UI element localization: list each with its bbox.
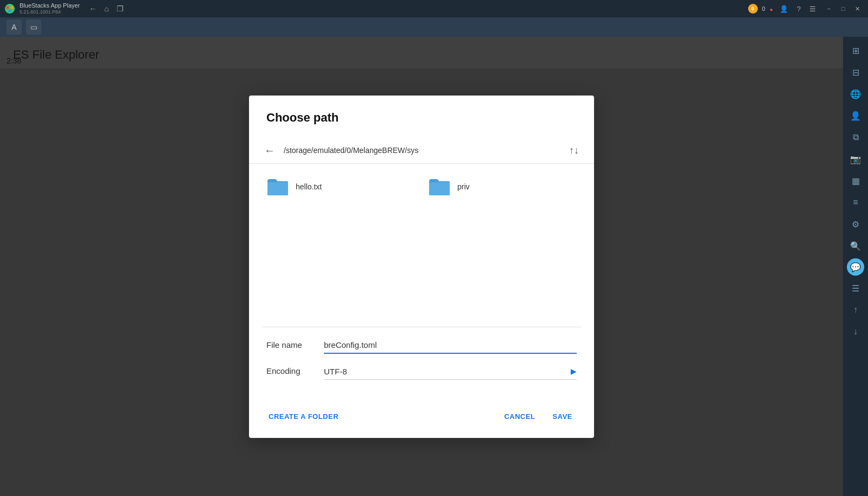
filename-input[interactable] <box>324 338 577 354</box>
save-button[interactable]: SAVE <box>544 408 581 425</box>
svg-point-1 <box>6 6 9 9</box>
tab-window[interactable]: ▭ <box>26 20 41 35</box>
maximize-button[interactable]: □ <box>837 3 850 14</box>
titlebar-right: 0 0 ● 👤 ? ☰ − □ ✕ <box>748 3 864 14</box>
dialog-actions: CREATE A FOLDER CANCEL SAVE <box>249 402 594 438</box>
dialog-title: Choose path <box>249 96 594 138</box>
path-row: ← /storage/emulated/0/MelangeBREW/sys ↑↓ <box>249 138 594 164</box>
sidebar-icon-menu[interactable]: ☰ <box>846 279 865 297</box>
encoding-select[interactable]: UTF-8 ▶ <box>324 365 577 380</box>
encoding-row: Encoding UTF-8 ▶ <box>266 365 577 380</box>
current-path: /storage/emulated/0/MelangeBREW/sys <box>284 146 560 155</box>
sidebar-icon-grid2[interactable]: ▦ <box>846 171 865 190</box>
titlebar: BlueStacks App Player 5.21.601.1001 P64 … <box>0 0 868 17</box>
encoding-label: Encoding <box>266 366 315 380</box>
sort-button[interactable]: ↑↓ <box>567 143 581 158</box>
encoding-select-wrapper: UTF-8 ▶ <box>324 365 577 380</box>
sidebar-icon-settings[interactable]: ⚙ <box>846 215 865 233</box>
file-name-hello: hello.txt <box>296 182 322 191</box>
sidebar-icon-globe[interactable]: 🌐 <box>846 85 865 103</box>
minimize-button[interactable]: − <box>822 3 835 14</box>
create-folder-button[interactable]: CREATE A FOLDER <box>262 408 345 425</box>
sidebar-scroll-up[interactable]: ↑ <box>846 301 865 319</box>
cancel-button[interactable]: CANCEL <box>495 408 544 425</box>
window-controls: − □ ✕ <box>822 3 864 14</box>
encoding-arrow-icon: ▶ <box>571 367 577 376</box>
close-button[interactable]: ✕ <box>851 3 864 14</box>
back-button[interactable]: ← <box>86 3 99 14</box>
menu-button[interactable]: ☰ <box>807 4 818 14</box>
path-back-button[interactable]: ← <box>262 142 277 159</box>
account-button[interactable]: 👤 <box>777 4 790 14</box>
app-name: BlueStacks App Player <box>20 2 80 9</box>
copy-button[interactable]: ❐ <box>114 3 126 14</box>
coin-count: 0 <box>762 5 765 12</box>
main-area: ES File Explorer 2:38 Choose path ← /sto… <box>0 37 868 496</box>
sidebar-icon-search[interactable]: 🔍 <box>846 237 865 255</box>
encoding-value: UTF-8 <box>324 367 347 376</box>
sidebar-scroll-down[interactable]: ↓ <box>846 322 865 341</box>
file-item-hello[interactable]: hello.txt <box>262 173 419 201</box>
svg-point-2 <box>10 6 14 9</box>
file-name-priv: priv <box>457 182 470 191</box>
nav-buttons: ← ⌂ ❐ <box>86 3 126 14</box>
form-section: File name Encoding UTF-8 ▶ <box>249 327 594 402</box>
file-list: hello.txt priv <box>249 164 594 327</box>
filename-row: File name <box>266 338 577 354</box>
sidebar-icon-user[interactable]: 👤 <box>846 106 865 125</box>
modal-overlay: Choose path ← /storage/emulated/0/Melang… <box>0 37 843 496</box>
filename-label: File name <box>266 340 315 354</box>
folder-icon-priv <box>428 177 451 196</box>
file-item-priv[interactable]: priv <box>424 173 581 201</box>
sidebar-icon-camera[interactable]: 📷 <box>846 150 865 168</box>
sidebar-icon-game[interactable]: ⊞ <box>846 41 865 60</box>
sidebar-icon-sliders[interactable]: ≡ <box>846 193 865 212</box>
home-button[interactable]: ⌂ <box>101 3 111 14</box>
right-sidebar: ⊞ ⊟ 🌐 👤 ⧉ 📷 ▦ ≡ ⚙ 🔍 💬 ☰ ↑ ↓ <box>843 37 868 496</box>
sidebar-icon-chat[interactable]: 💬 <box>847 258 864 276</box>
app-logo <box>4 3 15 14</box>
filename-input-wrapper <box>324 338 577 354</box>
help-button[interactable]: ? <box>795 4 803 14</box>
choose-path-dialog: Choose path ← /storage/emulated/0/Melang… <box>249 96 594 438</box>
coin-badge: 0 <box>748 4 758 14</box>
folder-icon-hello <box>266 177 289 196</box>
sidebar-icon-grid[interactable]: ⊟ <box>846 63 865 81</box>
tabbar: A ▭ <box>0 17 868 37</box>
svg-point-3 <box>8 9 11 12</box>
tab-a[interactable]: A <box>7 20 22 35</box>
app-version: 5.21.601.1001 P64 <box>20 9 80 15</box>
content-area: ES File Explorer 2:38 Choose path ← /sto… <box>0 37 843 496</box>
sidebar-icon-layers[interactable]: ⧉ <box>846 128 865 147</box>
